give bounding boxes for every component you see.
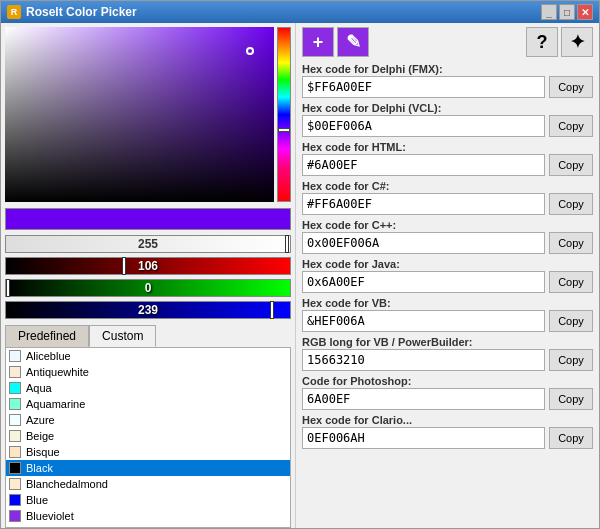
color-name: Blue <box>26 494 48 506</box>
hex-row: Hex code for Delphi (VCL):Copy <box>302 102 593 137</box>
color-swatch <box>9 510 21 522</box>
copy-button[interactable]: Copy <box>549 232 593 254</box>
maximize-button[interactable]: □ <box>559 4 575 20</box>
hue-slider[interactable] <box>277 27 291 202</box>
hex-row: Hex code for Java:Copy <box>302 258 593 293</box>
copy-button[interactable]: Copy <box>549 388 593 410</box>
close-button[interactable]: ✕ <box>577 4 593 20</box>
help-button[interactable]: ? <box>526 27 558 57</box>
list-item[interactable]: Azure <box>6 412 290 428</box>
color-picker-area[interactable] <box>5 27 291 202</box>
hex-input-row: Copy <box>302 349 593 371</box>
hex-label: Hex code for Delphi (VCL): <box>302 102 593 114</box>
alpha-value: 255 <box>138 237 158 251</box>
top-buttons-row: + ✎ ? ✦ <box>296 23 599 61</box>
blue-track[interactable]: 239 <box>5 301 291 319</box>
red-slider-row[interactable]: 106 <box>5 256 291 276</box>
red-track[interactable]: 106 <box>5 257 291 275</box>
hex-input[interactable] <box>302 232 545 254</box>
list-item[interactable]: Antiquewhite <box>6 364 290 380</box>
tab-custom[interactable]: Custom <box>89 325 156 347</box>
color-name: Blanchedalmond <box>26 478 108 490</box>
hex-input[interactable] <box>302 271 545 293</box>
copy-button[interactable]: Copy <box>549 310 593 332</box>
list-item[interactable]: Black <box>6 460 290 476</box>
copy-button[interactable]: Copy <box>549 427 593 449</box>
hex-fields-section: Hex code for Delphi (FMX):CopyHex code f… <box>296 61 599 528</box>
hex-input[interactable] <box>302 115 545 137</box>
blue-value: 239 <box>138 303 158 317</box>
picker-cursor <box>246 47 254 55</box>
color-name: Aquamarine <box>26 398 85 410</box>
list-item[interactable]: Bisque <box>6 444 290 460</box>
hex-input[interactable] <box>302 193 545 215</box>
copy-button[interactable]: Copy <box>549 193 593 215</box>
red-thumb <box>122 257 126 275</box>
hex-input[interactable] <box>302 388 545 410</box>
color-swatch <box>9 398 21 410</box>
color-swatch <box>9 382 21 394</box>
hex-input-row: Copy <box>302 193 593 215</box>
hex-label: Hex code for Delphi (FMX): <box>302 63 593 75</box>
tabs-area: Predefined Custom <box>5 325 291 347</box>
copy-button[interactable]: Copy <box>549 76 593 98</box>
color-swatch <box>9 462 21 474</box>
hex-input-row: Copy <box>302 115 593 137</box>
hex-input-row: Copy <box>302 271 593 293</box>
copy-button[interactable]: Copy <box>549 349 593 371</box>
hex-input-row: Copy <box>302 154 593 176</box>
hex-input[interactable] <box>302 154 545 176</box>
color-gradient[interactable] <box>5 27 274 202</box>
blue-slider-row[interactable]: 239 <box>5 300 291 320</box>
color-name: Azure <box>26 414 55 426</box>
alpha-track[interactable]: 255 <box>5 235 291 253</box>
eyedropper-icon: ✎ <box>346 31 361 53</box>
hex-row: Code for Photoshop:Copy <box>302 375 593 410</box>
hex-row: Hex code for C#:Copy <box>302 180 593 215</box>
list-item[interactable]: Blanchedalmond <box>6 476 290 492</box>
list-item[interactable]: Beige <box>6 428 290 444</box>
hex-label: RGB long for VB / PowerBuilder: <box>302 336 593 348</box>
eyedropper-button[interactable]: ✎ <box>337 27 369 57</box>
color-list[interactable]: AliceblueAntiquewhiteAquaAquamarineAzure… <box>5 347 291 528</box>
list-item[interactable]: Blueviolet <box>6 508 290 524</box>
main-window: R Roselt Color Picker _ □ ✕ <box>0 0 600 529</box>
window-title: Roselt Color Picker <box>26 5 137 19</box>
color-swatch <box>9 350 21 362</box>
hex-input[interactable] <box>302 349 545 371</box>
copy-button[interactable]: Copy <box>549 154 593 176</box>
hex-input-row: Copy <box>302 232 593 254</box>
copy-button[interactable]: Copy <box>549 115 593 137</box>
color-name: Bisque <box>26 446 60 458</box>
hue-thumb <box>278 128 290 132</box>
right-panel: + ✎ ? ✦ Hex code for De <box>296 23 599 528</box>
list-item[interactable]: Aliceblue <box>6 348 290 364</box>
title-bar: R Roselt Color Picker _ □ ✕ <box>1 1 599 23</box>
hex-label: Hex code for Java: <box>302 258 593 270</box>
list-item[interactable]: Blue <box>6 492 290 508</box>
minimize-button[interactable]: _ <box>541 4 557 20</box>
green-slider-row[interactable]: 0 <box>5 278 291 298</box>
hex-input-row: Copy <box>302 310 593 332</box>
sliders-area: 255 106 0 <box>1 232 295 322</box>
plus-icon: + <box>313 32 324 53</box>
hex-input[interactable] <box>302 427 545 449</box>
app-icon: R <box>7 5 21 19</box>
list-item[interactable]: Aqua <box>6 380 290 396</box>
hex-input[interactable] <box>302 310 545 332</box>
hex-label: Hex code for C++: <box>302 219 593 231</box>
list-item[interactable]: Aquamarine <box>6 396 290 412</box>
settings-button[interactable]: ✦ <box>561 27 593 57</box>
color-swatch <box>9 446 21 458</box>
color-swatch <box>9 478 21 490</box>
hex-input-row: Copy <box>302 427 593 449</box>
green-value: 0 <box>145 281 152 295</box>
green-track[interactable]: 0 <box>5 279 291 297</box>
alpha-slider-row[interactable]: 255 <box>5 234 291 254</box>
add-color-button[interactable]: + <box>302 27 334 57</box>
tab-predefined[interactable]: Predefined <box>5 325 89 347</box>
hex-input[interactable] <box>302 76 545 98</box>
copy-button[interactable]: Copy <box>549 271 593 293</box>
hex-label: Code for Photoshop: <box>302 375 593 387</box>
help-icon: ? <box>537 32 548 53</box>
